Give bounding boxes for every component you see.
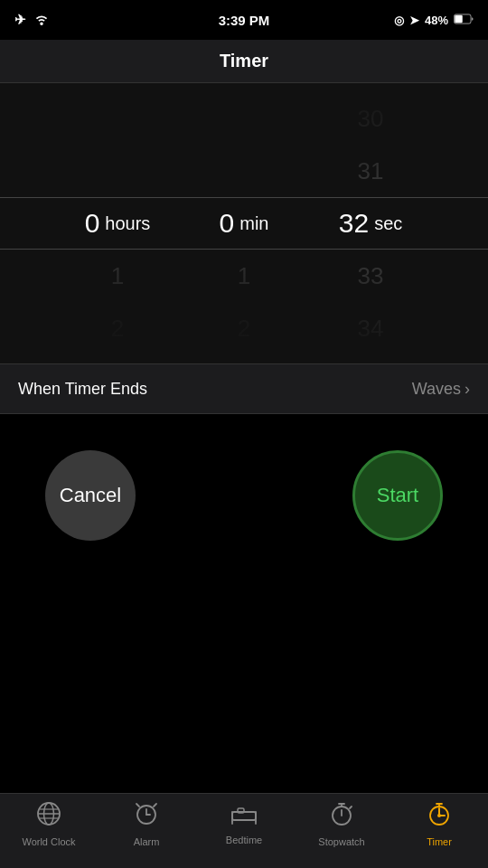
tab-alarm[interactable]: Alarm (98, 801, 195, 847)
seconds-picker-column[interactable]: 29 30 31 32 sec 33 34 35 (307, 83, 434, 363)
picker-item: 1 (181, 250, 307, 302)
hours-selected-item: 0 hours (54, 197, 181, 250)
svg-line-10 (136, 804, 139, 807)
picker-item (181, 83, 307, 92)
timer-ends-selection: Waves (412, 380, 461, 399)
timer-ends-label: When Timer Ends (18, 380, 147, 399)
timer-ends-row[interactable]: When Timer Ends Waves › (0, 363, 488, 414)
picker-item: 2 (54, 302, 181, 354)
minutes-value: 0 (220, 208, 235, 239)
start-button[interactable]: Start (352, 450, 443, 541)
seconds-selected-item: 32 sec (307, 197, 434, 250)
svg-line-11 (154, 804, 156, 807)
tab-timer-label: Timer (427, 836, 452, 847)
battery-icon (454, 14, 474, 27)
hours-value: 0 (85, 208, 100, 239)
hours-picker-column[interactable]: 0 hours 1 2 3 (54, 83, 181, 363)
status-icons-right: ◎ ➤ 48% (394, 14, 474, 27)
chevron-right-icon: › (465, 380, 470, 399)
picker-item (54, 92, 181, 145)
picker-item: 31 (307, 145, 434, 197)
timer-ends-value[interactable]: Waves › (412, 380, 470, 399)
wifi-icon (33, 13, 50, 28)
tab-stopwatch-label: Stopwatch (318, 836, 364, 847)
picker-item: 2 (181, 302, 307, 354)
timer-active-icon (427, 801, 452, 833)
seconds-unit: sec (374, 213, 402, 234)
globe-icon (36, 801, 61, 833)
seconds-value: 32 (339, 208, 369, 239)
svg-rect-12 (232, 812, 256, 820)
minutes-picker-column[interactable]: 0 min 1 2 3 (181, 83, 307, 363)
tab-world-clock-label: World Clock (22, 836, 75, 847)
page-header: Timer (0, 40, 488, 83)
svg-point-26 (437, 814, 441, 817)
status-bar: ✈ 3:39 PM ◎ ➤ 48% (0, 0, 488, 40)
svg-line-22 (350, 807, 352, 808)
alarm-icon (134, 801, 159, 833)
picker-item (54, 145, 181, 197)
picker-item: 29 (307, 83, 434, 92)
svg-rect-13 (238, 808, 244, 813)
tab-bedtime-label: Bedtime (226, 835, 262, 845)
tab-timer[interactable]: Timer (390, 801, 488, 847)
action-buttons-area: Cancel Start (0, 414, 488, 595)
picker-item (54, 83, 181, 92)
picker-item: 33 (307, 250, 434, 302)
tab-bar: World Clock Alarm Bedtime (0, 793, 488, 868)
location-icon: ◎ (394, 14, 404, 27)
minutes-selected-item: 0 min (181, 197, 307, 250)
picker-item: 1 (54, 250, 181, 302)
minutes-unit: min (239, 213, 268, 234)
tab-stopwatch[interactable]: Stopwatch (293, 801, 390, 847)
picker-item (181, 145, 307, 197)
tab-bedtime[interactable]: Bedtime (195, 801, 293, 845)
picker-item: 3 (54, 354, 181, 363)
status-icons-left: ✈ (14, 12, 50, 28)
battery-text: 48% (425, 14, 448, 27)
page-title: Timer (220, 51, 268, 71)
hours-unit: hours (105, 213, 150, 234)
picker-item (181, 92, 307, 145)
status-time: 3:39 PM (219, 13, 270, 28)
bed-icon (230, 801, 258, 831)
svg-rect-1 (455, 14, 462, 22)
cancel-button[interactable]: Cancel (45, 450, 136, 541)
tab-world-clock[interactable]: World Clock (0, 801, 98, 847)
stopwatch-icon (329, 801, 354, 833)
time-picker[interactable]: 0 hours 1 2 3 0 min 1 2 3 29 30 31 (0, 83, 488, 363)
airplane-icon: ✈ (14, 12, 26, 28)
picker-item: 34 (307, 302, 434, 354)
picker-item: 30 (307, 92, 434, 145)
picker-columns-container: 0 hours 1 2 3 0 min 1 2 3 29 30 31 (0, 83, 488, 363)
picker-item: 35 (307, 354, 434, 363)
signal-icon: ➤ (409, 14, 419, 27)
picker-item: 3 (181, 354, 307, 363)
tab-alarm-label: Alarm (134, 836, 160, 847)
